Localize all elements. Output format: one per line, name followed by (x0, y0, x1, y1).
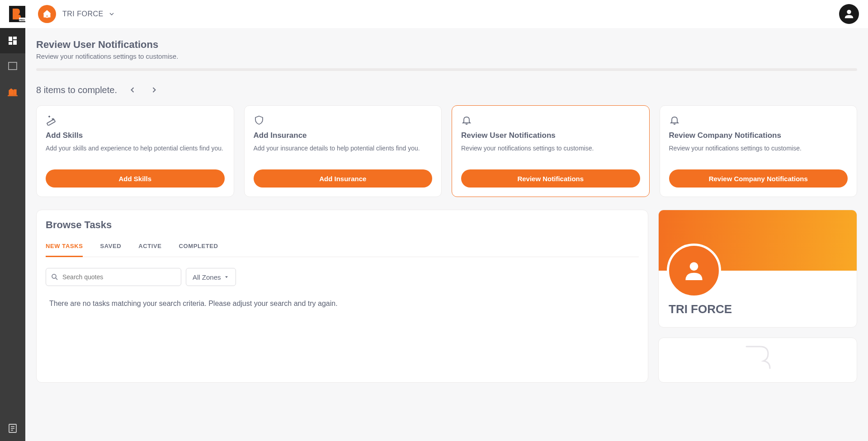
add-skills-button[interactable]: Add Skills (46, 169, 225, 188)
page-title: Review User Notifications (36, 39, 857, 51)
bell-icon (461, 115, 640, 126)
header: PRO TRI FORCE (0, 0, 868, 28)
card-desc: Add your insurance details to help poten… (254, 144, 433, 153)
task-tabs: NEW TASKS SAVED ACTIVE COMPLETED (46, 243, 639, 257)
profile-column: TRI FORCE (658, 210, 857, 383)
review-notifications-button[interactable]: Review Notifications (461, 169, 640, 188)
tab-new-tasks[interactable]: NEW TASKS (46, 243, 83, 257)
svg-rect-5 (9, 37, 12, 41)
sidebar-item-notes[interactable] (0, 416, 25, 441)
tab-completed[interactable]: COMPLETED (179, 243, 218, 257)
search-input[interactable] (62, 273, 176, 281)
add-insurance-button[interactable]: Add Insurance (254, 169, 433, 188)
review-company-notifications-button[interactable]: Review Company Notifications (669, 169, 848, 188)
user-menu[interactable] (839, 4, 859, 24)
card-add-insurance: Add Insurance Add your insurance details… (244, 105, 442, 197)
browse-title: Browse Tasks (46, 219, 639, 231)
card-desc: Review your notifications settings to cu… (669, 144, 848, 153)
profile-banner (659, 210, 857, 271)
card-add-skills: Add Skills Add your skills and experienc… (36, 105, 234, 197)
page-subtitle: Review your notifications settings to cu… (36, 52, 857, 60)
search-box[interactable] (46, 268, 181, 286)
app-logo: PRO (9, 6, 25, 22)
svg-rect-8 (9, 42, 12, 45)
carousel-prev[interactable] (126, 84, 139, 96)
sidebar-item-company[interactable] (0, 53, 25, 79)
svg-rect-19 (14, 89, 16, 95)
svg-line-27 (56, 278, 57, 280)
svg-rect-20 (8, 95, 18, 96)
card-review-company-notifications: Review Company Notifications Review your… (660, 105, 858, 197)
search-icon (51, 273, 59, 281)
card-title: Add Insurance (254, 131, 433, 140)
carousel-header: 8 items to complete. (36, 84, 857, 96)
company-selector-label: TRI FORCE (62, 10, 104, 18)
svg-rect-6 (13, 37, 17, 39)
sidebar-item-buildings[interactable] (0, 79, 25, 104)
carousel-next[interactable] (148, 84, 160, 96)
bell-icon (669, 115, 848, 126)
bottom-row: Browse Tasks NEW TASKS SAVED ACTIVE COMP… (36, 210, 857, 383)
svg-rect-7 (13, 40, 17, 45)
svg-rect-3 (46, 15, 47, 18)
tab-saved[interactable]: SAVED (100, 243, 121, 257)
browse-tasks-panel: Browse Tasks NEW TASKS SAVED ACTIVE COMP… (36, 210, 648, 383)
onboarding-cards: Add Skills Add your skills and experienc… (36, 105, 857, 197)
profile-name: TRI FORCE (669, 302, 847, 316)
chevron-down-icon[interactable] (108, 10, 115, 18)
brand-outline-icon (737, 342, 778, 378)
svg-text:PRO: PRO (19, 19, 25, 21)
brand-card (658, 338, 857, 383)
svg-rect-25 (47, 119, 56, 126)
empty-state: There are no tasks matching your search … (46, 300, 639, 308)
shield-icon (254, 115, 433, 126)
svg-marker-28 (225, 277, 228, 278)
zone-label: All Zones (193, 273, 221, 281)
svg-point-29 (690, 262, 698, 271)
card-desc: Add your skills and experience to help p… (46, 144, 225, 153)
card-title: Review Company Notifications (669, 131, 848, 140)
card-desc: Review your notifications settings to cu… (461, 144, 640, 153)
tab-active[interactable]: ACTIVE (138, 243, 161, 257)
progress-bar (36, 68, 857, 71)
sidebar (0, 28, 25, 441)
items-count: 8 items to complete. (36, 85, 117, 95)
card-title: Add Skills (46, 131, 225, 140)
ruler-icon (46, 115, 225, 126)
svg-rect-9 (9, 62, 17, 70)
search-row: All Zones (46, 268, 639, 286)
zone-select[interactable]: All Zones (186, 268, 236, 286)
card-title: Review User Notifications (461, 131, 640, 140)
svg-point-26 (52, 274, 56, 278)
main-content: Review User Notifications Review your no… (25, 28, 868, 441)
profile-card: TRI FORCE (658, 210, 857, 328)
home-button[interactable] (38, 5, 56, 23)
card-review-user-notifications: Review User Notifications Review your no… (452, 105, 650, 197)
svg-point-4 (847, 10, 851, 14)
sidebar-item-dashboard[interactable] (0, 28, 25, 53)
profile-avatar (667, 244, 721, 298)
